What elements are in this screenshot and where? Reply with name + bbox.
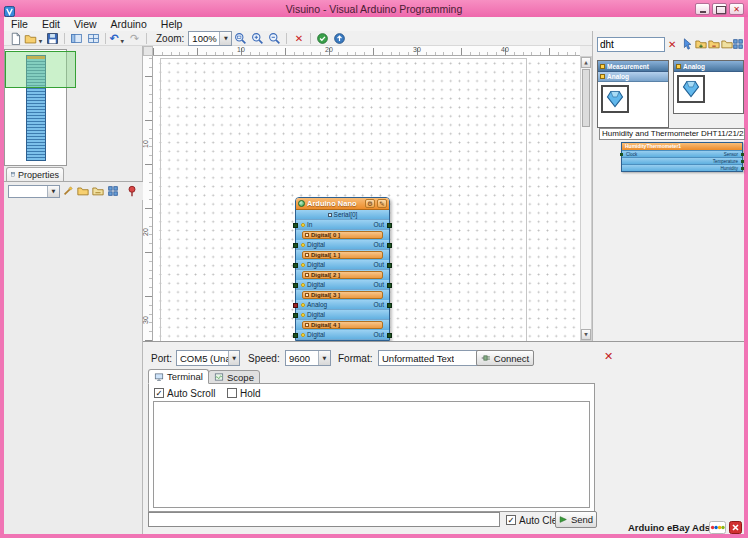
zoom-dropdown-icon[interactable] — [219, 32, 231, 45]
output-pin[interactable] — [387, 223, 392, 228]
properties-filter-dropdown-icon[interactable] — [47, 186, 59, 197]
gear-icon[interactable]: ⚙ — [365, 199, 375, 208]
design-canvas[interactable]: Arduino Nano ⚙ ✎ Serial[0] In Out Digita… — [153, 56, 580, 341]
toggle-structure-panel-button[interactable] — [68, 31, 85, 45]
ruler-mark: 40 — [498, 46, 512, 53]
category-header[interactable]: Analog — [674, 61, 743, 72]
serial-icon — [328, 213, 332, 217]
zoom-out-button[interactable] — [266, 31, 283, 45]
output-pin[interactable] — [387, 243, 392, 248]
port-dropdown-icon[interactable] — [228, 351, 239, 365]
port-select[interactable]: COM5 (Unav — [176, 350, 240, 366]
category-analog[interactable]: Analog — [673, 60, 744, 114]
input-pin[interactable] — [293, 313, 298, 318]
menu-arduino[interactable]: Arduino — [104, 17, 154, 31]
channel-icon — [305, 293, 309, 297]
terminal-send-input[interactable] — [148, 512, 500, 527]
minimap-viewport[interactable] — [5, 51, 76, 88]
scrollbar-thumb[interactable] — [582, 69, 590, 127]
tab-scope[interactable]: Scope — [208, 370, 260, 384]
maximize-button[interactable] — [712, 3, 727, 15]
vertical-scrollbar[interactable]: ▲ ▼ — [580, 56, 592, 341]
view-style-icon[interactable] — [732, 37, 744, 51]
ebay-icon[interactable] — [709, 520, 726, 533]
scroll-up-icon[interactable]: ▲ — [581, 57, 591, 68]
open-button[interactable] — [24, 31, 44, 45]
tab-properties[interactable]: Properties — [6, 167, 64, 181]
output-pin[interactable] — [387, 263, 392, 268]
clear-search-icon[interactable]: ✕ — [668, 40, 676, 50]
scope-icon — [214, 372, 224, 382]
connect-button[interactable]: Connect — [476, 350, 534, 366]
expand-all-icon[interactable] — [695, 37, 707, 51]
open-dropdown-icon[interactable] — [37, 29, 44, 47]
close-ads-icon[interactable] — [729, 520, 742, 533]
close-panel-icon[interactable]: ✕ — [604, 352, 613, 362]
input-pin[interactable] — [293, 283, 298, 288]
menu-help[interactable]: Help — [154, 17, 190, 31]
toggle-grid-panel-button[interactable] — [85, 31, 102, 45]
pin-row: In Out — [296, 220, 389, 230]
input-pin[interactable] — [293, 223, 298, 228]
ruler-mark: 20 — [142, 225, 152, 239]
properties-filter-select[interactable] — [8, 185, 60, 198]
send-button[interactable]: Send — [555, 511, 597, 528]
speed-dropdown-icon[interactable] — [318, 351, 330, 365]
compile-button[interactable] — [314, 31, 331, 45]
delete-icon: ✕ — [295, 32, 303, 45]
undo-button[interactable]: ↶ — [109, 31, 126, 45]
input-pin[interactable] — [293, 263, 298, 268]
output-pin[interactable] — [387, 333, 392, 338]
component-drag-preview[interactable]: HumidityThermometer1 Clock Sensor Temper… — [621, 142, 743, 172]
speed-select[interactable]: 9600 — [285, 350, 331, 366]
zoom-window-button[interactable] — [232, 31, 249, 45]
category-measurement[interactable]: Measurement Analog — [597, 60, 669, 128]
new-button[interactable] — [7, 31, 24, 45]
upload-button[interactable] — [331, 31, 348, 45]
pin-icon[interactable] — [125, 184, 139, 198]
led-icon — [301, 223, 305, 227]
auto-clear-checkbox[interactable]: ✓ — [506, 515, 516, 525]
analog-input-pin[interactable] — [293, 303, 298, 308]
search-input[interactable] — [597, 37, 665, 52]
close-button[interactable] — [729, 3, 744, 15]
arduino-nano-component[interactable]: Arduino Nano ⚙ ✎ Serial[0] In Out Digita… — [295, 197, 390, 341]
edit-icon[interactable]: ✎ — [377, 199, 387, 208]
save-button[interactable] — [44, 31, 61, 45]
channel-icon — [305, 253, 309, 257]
wand-icon[interactable] — [61, 184, 75, 198]
component-header[interactable]: Arduino Nano ⚙ ✎ — [296, 198, 389, 210]
menu-file[interactable]: File — [4, 17, 35, 31]
output-pin[interactable] — [387, 283, 392, 288]
toolbox-panel: ✕ Measurement Analog — [592, 31, 744, 341]
alphabetical-view-icon[interactable] — [91, 184, 105, 198]
ruler-mark: 30 — [142, 313, 152, 327]
delete-button[interactable]: ✕ — [290, 31, 307, 45]
sensor-pin — [741, 153, 744, 156]
auto-scroll-checkbox[interactable]: ✓ — [154, 388, 164, 398]
undo-dropdown-icon[interactable] — [119, 29, 126, 47]
terminal-output[interactable] — [153, 401, 590, 508]
output-pin[interactable] — [387, 303, 392, 308]
clock-pin — [620, 153, 623, 156]
minimize-button[interactable] — [695, 3, 710, 15]
dht-component-tile[interactable] — [601, 85, 629, 113]
collapse-all-icon[interactable] — [708, 37, 720, 51]
hold-checkbox[interactable] — [227, 388, 237, 398]
tab-terminal[interactable]: Terminal — [148, 369, 209, 384]
input-pin[interactable] — [293, 333, 298, 338]
scroll-down-icon[interactable]: ▼ — [581, 329, 591, 340]
analog-component-tile[interactable] — [677, 75, 705, 103]
channel-icon — [305, 273, 309, 277]
input-pin[interactable] — [293, 243, 298, 248]
zoom-select[interactable]: 100% — [188, 31, 232, 46]
menu-view[interactable]: View — [67, 17, 104, 31]
pointer-filter-icon[interactable] — [681, 37, 695, 51]
categorized-view-icon[interactable] — [76, 184, 90, 198]
redo-button[interactable]: ↷ — [126, 31, 143, 45]
category-header[interactable]: Measurement — [598, 61, 668, 72]
zoom-in-button[interactable] — [249, 31, 266, 45]
subcategory-header[interactable]: Analog — [598, 72, 668, 82]
component-title: Arduino Nano — [307, 199, 363, 208]
grid-view-icon[interactable] — [106, 184, 120, 198]
